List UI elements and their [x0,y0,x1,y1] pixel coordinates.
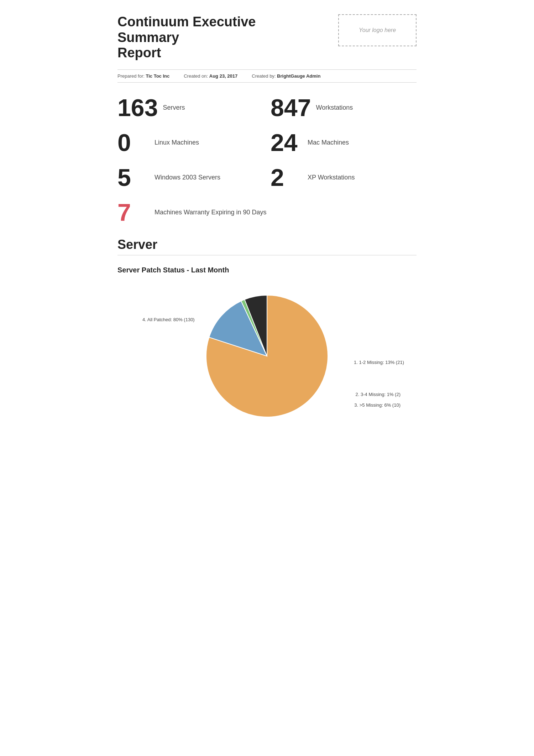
stat-label-win2003: Windows 2003 Servers [155,174,220,181]
prepared-for: Prepared for: Tic Toc Inc [117,73,169,79]
pie-label-all-patched: 4. All Patched: 80% (130) [142,317,195,322]
stat-item-warranty: 7Machines Warranty Expiring in 90 Days [117,200,417,224]
stat-item-servers: 163Servers [117,95,263,120]
pie-label-1-2-missing: 1. 1-2 Missing: 13% (21) [354,360,404,365]
stat-label-mac: Mac Machines [308,139,349,146]
pie-chart: 4. All Patched: 80% (130) 1. 1-2 Missing… [199,288,335,424]
server-section: Server Server Patch Status - Last Month … [117,237,417,427]
stat-label-linux: Linux Machines [155,139,199,146]
stats-grid: 163Servers847Workstations0Linux Machines… [117,95,417,224]
sub-section-title: Server Patch Status - Last Month [117,266,417,274]
stat-item-win2003: 5Windows 2003 Servers [117,165,263,189]
logo-placeholder: Your logo here [338,14,417,46]
section-title: Server [117,237,417,252]
stat-label-xpwork: XP Workstations [308,174,355,181]
stat-item-mac: 24Mac Machines [271,130,417,155]
stat-label-servers: Servers [163,104,185,111]
created-by: Created by: BrightGauge Admin [252,73,320,79]
pie-chart-container: 4. All Patched: 80% (130) 1. 1-2 Missing… [117,285,417,427]
stat-label-warranty: Machines Warranty Expiring in 90 Days [155,209,266,216]
page-header: Continuum Executive Summary Report Your … [117,14,417,61]
stat-number-win2003: 5 [117,165,150,189]
stat-item-xpwork: 2XP Workstations [271,165,417,189]
stat-label-workstations: Workstations [316,104,353,111]
stat-number-servers: 163 [117,95,158,120]
stat-number-workstations: 847 [271,95,311,120]
pie-label-3-4-missing: 2. 3-4 Missing: 1% (2) [356,392,400,397]
created-on: Created on: Aug 23, 2017 [184,73,237,79]
stat-item-workstations: 847Workstations [271,95,417,120]
pie-label-5-missing: 3. >5 Missing: 6% (10) [354,402,400,408]
stat-number-xpwork: 2 [271,165,303,189]
section-divider [117,255,417,255]
meta-bar: Prepared for: Tic Toc Inc Created on: Au… [117,69,417,83]
stat-number-warranty: 7 [117,200,150,224]
pie-svg [199,288,335,424]
report-title: Continuum Executive Summary Report [117,14,317,61]
stat-number-mac: 24 [271,130,303,155]
stat-item-linux: 0Linux Machines [117,130,263,155]
stat-number-linux: 0 [117,130,150,155]
